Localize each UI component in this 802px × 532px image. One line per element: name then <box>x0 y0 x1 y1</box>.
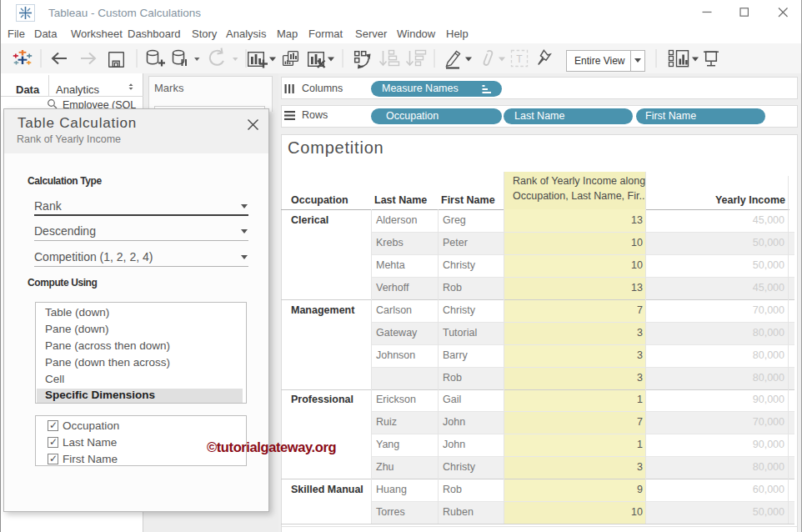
svg-text:T: T <box>516 53 523 65</box>
svg-text:Entire View: Entire View <box>574 55 625 67</box>
